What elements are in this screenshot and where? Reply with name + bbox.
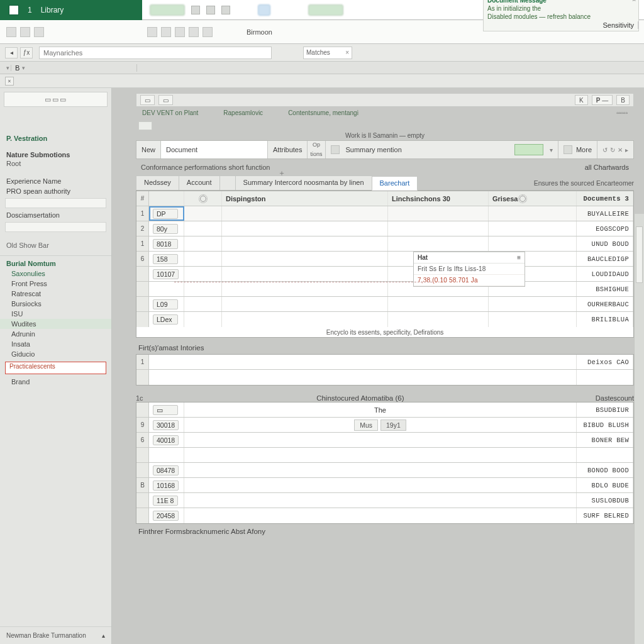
row-header[interactable] [136,493,149,508]
cell[interactable]: SURF BELRED [577,508,633,523]
ribbon-tab-library[interactable]: Library [41,6,64,14]
cell[interactable] [222,252,388,266]
popover-menu-icon[interactable]: ≡ [517,254,521,261]
sidebar-item[interactable]: Wudites [0,319,111,329]
cell[interactable]: BRILIBLUA [577,312,633,327]
cell[interactable] [222,267,388,281]
col-header-gear[interactable] [184,191,222,206]
row-header[interactable]: 9 [136,418,149,432]
toolbar-button[interactable]: B [616,95,630,105]
ribbon-icon[interactable] [189,27,199,37]
ribbon-icon[interactable] [191,6,200,14]
tab[interactable] [219,175,236,190]
cell[interactable] [184,206,222,221]
sidebar-input[interactable] [5,198,106,208]
cell[interactable] [222,282,388,296]
cell[interactable] [388,297,489,311]
ribbon-icon[interactable] [161,27,171,37]
toolbar-button[interactable]: ▭ [140,95,155,105]
cell[interactable] [184,297,222,311]
cell[interactable]: 20458 [149,508,184,523]
ribbon-icon[interactable] [6,27,16,37]
collapse-icon[interactable]: ▴ [102,632,105,639]
row-header[interactable] [136,282,149,296]
row-header[interactable]: 6 [136,433,149,447]
cell[interactable]: 08478 [149,463,184,477]
sensitivity-label[interactable]: Sensitivity [602,21,639,29]
cell[interactable] [184,448,577,462]
dropdown[interactable]: Mus [354,419,378,431]
cell[interactable] [222,297,388,311]
row-header[interactable]: 1 [136,236,149,251]
cell[interactable]: UNUD BOUD [577,236,633,251]
cell[interactable]: DP [149,206,184,221]
col-header[interactable]: Linchsinchons 30 [388,191,489,206]
col-header[interactable]: B [11,64,137,72]
cell[interactable] [184,221,222,236]
cell[interactable] [184,312,222,327]
qat-item[interactable]: 1 [28,6,32,14]
cell[interactable] [184,508,577,523]
row-header[interactable] [136,267,149,281]
tab[interactable]: Account [179,175,220,190]
run-icon[interactable]: ▸ [625,147,628,153]
row-header[interactable]: # [136,191,149,206]
chevron-down-icon[interactable]: ▾ [550,147,553,153]
lookup-clear-icon[interactable]: × [345,49,349,56]
row-header[interactable] [136,402,149,417]
cell[interactable] [184,236,222,251]
tab[interactable]: Barechart [372,176,418,191]
row-header[interactable] [136,370,149,385]
doc-new-button[interactable]: New [136,141,161,158]
cell[interactable]: 10168 [149,478,184,492]
undo-icon[interactable]: ↺ [602,147,608,153]
cell[interactable]: LOUDIDAUD [577,267,633,281]
cell[interactable]: 8018 [149,236,184,251]
cell[interactable] [184,267,222,281]
cell[interactable] [489,221,577,236]
row-header[interactable] [136,463,149,477]
formula-input[interactable] [39,47,272,59]
sidebar-item[interactable]: Ratrescat [0,289,111,299]
cell[interactable] [184,463,577,477]
doc-document-button[interactable]: Document [161,141,268,158]
vertical-scrollbar[interactable] [634,214,644,644]
cell[interactable] [184,493,577,508]
cell[interactable]: BDLO BUDE [577,478,633,492]
ribbon-icon[interactable] [34,27,44,37]
cell[interactable]: OURHERBAUC [577,297,633,311]
select-all-corner[interactable] [0,65,11,71]
cell[interactable]: Deixos CAO [577,355,633,369]
ribbon-icon[interactable] [206,6,215,14]
cell[interactable] [222,221,388,236]
col-header[interactable] [149,191,184,206]
toolbar-button[interactable]: K [575,95,588,105]
font-icon[interactable] [331,145,340,154]
cell[interactable] [489,206,577,221]
cell[interactable]: Mus 19y1 [184,418,577,432]
cell[interactable] [149,370,577,385]
cell[interactable] [489,312,577,327]
doc-options-button[interactable]: Options [308,141,325,158]
sidebar-alert-item[interactable]: Practicalescents [5,362,106,374]
row-header[interactable] [136,312,149,327]
namebox-back-button[interactable]: ◂ [5,47,18,58]
sidebar-item[interactable]: Bursiocks [0,299,111,309]
insert-icon[interactable]: ＋ [278,168,286,179]
ribbon-icon[interactable] [147,27,157,37]
cell[interactable]: ▭ [149,402,184,417]
app-icon[interactable] [9,5,19,15]
cell[interactable]: 11E 8 [149,493,184,508]
cell[interactable] [388,236,489,251]
cell[interactable] [489,236,577,251]
caption-icons[interactable]: ▫▫▫▫▫ [616,109,628,116]
cell[interactable]: BONER BEW [577,433,633,447]
cell[interactable] [222,206,388,221]
row-header[interactable]: 1 [136,355,149,369]
cell[interactable] [222,236,388,251]
cell[interactable]: BUYALLEIRE [577,206,633,221]
sidebar-item[interactable]: ISU [0,309,111,319]
tab[interactable]: Nedssey [136,175,179,190]
doc-more-button[interactable]: More [558,141,597,158]
cell[interactable]: EOGSCOPD [577,221,633,236]
